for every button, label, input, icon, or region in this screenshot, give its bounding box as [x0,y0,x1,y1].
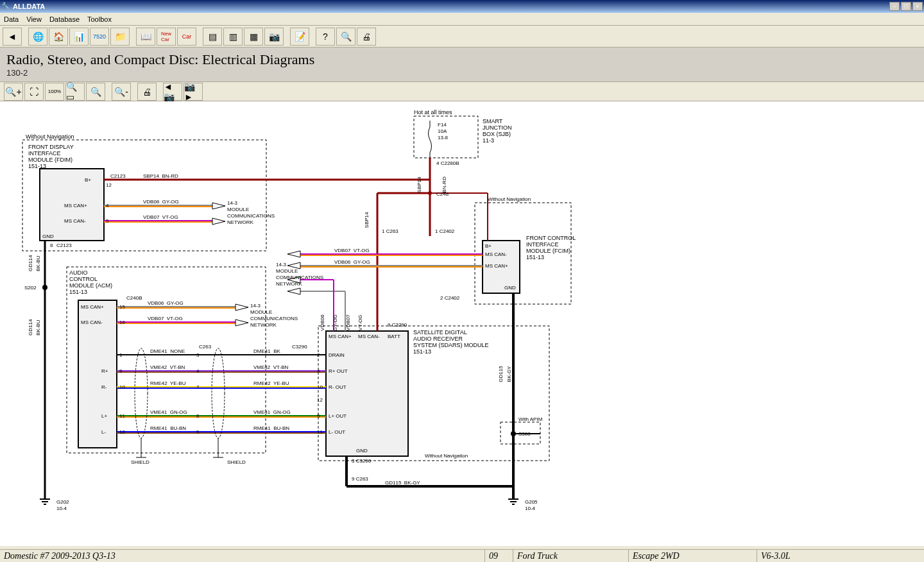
wire-vdb06d: VDB06 [320,314,326,330]
tool-db-icon[interactable]: 📊 [69,28,89,46]
svg-marker-47 [235,319,248,326]
conn-c263bot: 9 C263 [352,476,368,482]
page-title: Radio, Stereo, and Compact Disc: Electri… [6,51,918,68]
label-without-nav2: Without Navigation [425,453,468,459]
tool-list2-icon[interactable]: ▥ [223,28,243,46]
pinm7: 7 [196,384,199,391]
wire-gd115v: GD115 [498,366,504,382]
tool-list3-icon[interactable]: ▦ [244,28,263,46]
svg-rect-10 [326,331,408,456]
tool-note-icon[interactable]: 📝 [290,28,309,46]
pinm5: 5 [196,429,199,436]
menu-view[interactable]: View [26,15,42,23]
tool-car-icon[interactable]: Car [177,28,196,46]
pinac9: 9 [119,368,122,375]
zoom-out-button[interactable]: 🔍- [112,83,131,101]
sdars-lpo: L+ OUT [329,413,346,420]
menu-database[interactable]: Database [49,15,80,23]
zoom-fit-button[interactable]: ⛶ [24,83,44,101]
content-header: Radio, Stereo, and Compact Disc: Electri… [0,47,924,82]
conn-c263: C263 [199,344,211,350]
pin-acm-cm: MS CAN- [81,319,103,326]
conn-c3290bot: 3 C3290 [352,458,371,464]
tool-folder-icon[interactable]: 📁 [110,28,130,46]
conn-c3290t: 9 C3290 [388,322,407,328]
tool-list1-icon[interactable]: ▤ [203,28,222,46]
tool-help-icon[interactable]: ? [316,28,335,46]
pin-fdim-gnd: GND [42,234,54,240]
zoom-region-button[interactable]: 🔍▭ [65,83,85,101]
label-shield2: SHIELD [227,459,246,466]
minimize-button[interactable]: – [889,2,900,11]
pin-fdim-bplus: B+ [85,177,91,183]
menu-data[interactable]: Data [4,15,19,23]
back-button[interactable]: ◄ [3,28,22,46]
pinm4: 4 [196,368,199,375]
label-shield1: SHIELD [131,459,150,466]
prev-diagram-button[interactable]: ◄📷 [163,83,182,101]
tool-newcar-icon[interactable]: NewCar [157,28,176,46]
tool-book-icon[interactable]: 📖 [136,28,155,46]
wire-vdb07d: VDB07 [345,314,352,330]
pin16: 16 [119,319,125,326]
label-fcim: FRONT CONTROLINTERFACEMODULE (FCIM)151-1… [526,235,576,260]
wire-vdb07b: VDB07 VT-OG [148,316,183,322]
svg-point-24 [42,285,47,290]
wire-vdb06: VDB06 GY-OG [143,199,179,205]
pins5: 5 [317,413,320,420]
tool-home-icon[interactable]: 🏠 [49,28,68,46]
wire-rme41b: RME41 BU-BN [253,425,289,432]
wire-dme41: DME41 NONE [150,348,185,355]
zoom-100-button[interactable]: 100% [45,83,64,101]
status-make: Ford Truck [513,550,629,562]
ground-g205: G20510-4 [525,499,538,512]
menu-toolbox[interactable]: Toolbox [87,15,112,23]
pin-acm-rp: R+ [101,368,108,375]
label-acm: AUDIOCONTROLMODULE (ACM)151-13 [69,269,112,295]
zoom-toolbar: 🔍+ ⛶ 100% 🔍▭ 🔍 🔍- 🖨 ◄📷 📷► [0,82,924,101]
label-fuse: F1410A13-8 [438,122,448,141]
tool-print-icon[interactable]: 🖨 [357,28,376,46]
fcim-cm: MS CAN- [485,251,507,258]
tool-search-icon[interactable]: 🔍 [336,28,355,46]
wire-dme41b: DME41 BK [253,348,280,355]
tool-globe-icon[interactable]: 🌐 [28,28,47,46]
print-diagram-button[interactable]: 🖨 [137,83,157,101]
svg-marker-44 [212,203,225,209]
pins12: 12 [317,397,323,404]
wire-vme42b: VME42 VT-BN [253,364,288,371]
conn-c2280b: 4 C2280B [436,160,459,167]
maximize-button[interactable]: □ [901,2,911,11]
conn-c3290: C3290 [292,344,307,350]
pinac10: 10 [119,384,125,391]
wire-gd114c: BK-BU [35,256,42,271]
next-diagram-button[interactable]: 📷► [184,83,203,101]
wiring-diagram[interactable]: Without Navigation FRONT DISPLAYINTERFAC… [0,101,924,546]
svg-marker-45 [212,218,225,225]
pin-5: 5 [106,218,108,225]
menubar: Data View Database Toolbox [0,13,924,26]
zoom-select-button[interactable]: 🔍 [86,83,105,101]
main-toolbar: ◄ 🌐 🏠 📊 7520 📁 📖 NewCar Car ▤ ▥ ▦ 📷 📝 ? … [0,26,924,47]
svg-point-57 [135,348,148,438]
status-year: 09 [485,550,513,562]
conn-c2402: 1 C2402 [435,228,454,235]
pin-fdim-mscanm: MS CAN- [64,218,86,225]
svg-point-58 [212,348,225,438]
wire-vdb06c: VDB06 GY-OG [334,259,370,266]
close-button[interactable]: × [912,2,923,11]
splice-s300: S300 [518,431,531,438]
wire-sbp14: SBP14 BN-RD [143,173,178,180]
label-mcn1: 14-3MODULECOMMUNICATIONSNETWORK [227,200,275,226]
wire-vme41b: VME41 GN-OG [253,409,291,416]
zoom-in-button[interactable]: 🔍+ [4,83,23,101]
svg-marker-40 [287,251,300,257]
tool-camera-icon[interactable]: 📷 [264,28,284,46]
pin-acm-cp: MS CAN+ [81,304,104,311]
tool-7520-icon[interactable]: 7520 [90,28,109,46]
pins4a: 4 [317,368,320,375]
wire-rme42: RME42 YE-BU [150,380,185,387]
pinac1: 1 [119,352,122,359]
label-fdim-name: FRONT DISPLAYINTERFACEMODULE (FDIM)151-1… [28,144,74,169]
sdars-drain: DRAIN [329,352,345,359]
